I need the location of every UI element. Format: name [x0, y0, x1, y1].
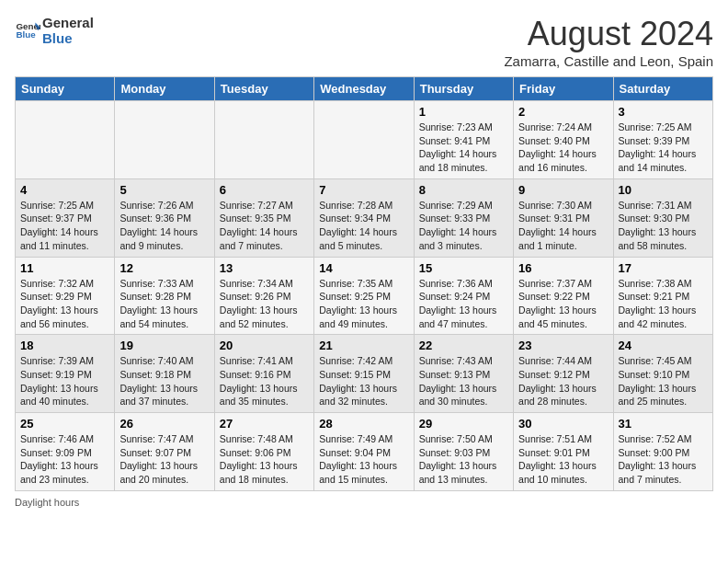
calendar-cell: 28Sunrise: 7:49 AM Sunset: 9:04 PM Dayli… [314, 413, 414, 491]
calendar-cell: 19Sunrise: 7:40 AM Sunset: 9:18 PM Dayli… [115, 335, 214, 413]
day-info: Sunrise: 7:30 AM Sunset: 9:31 PM Dayligh… [518, 199, 608, 253]
day-number: 17 [619, 261, 708, 275]
calendar-cell: 3Sunrise: 7:25 AM Sunset: 9:39 PM Daylig… [613, 101, 712, 179]
calendar-header-monday: Monday [115, 77, 214, 101]
day-info: Sunrise: 7:50 AM Sunset: 9:03 PM Dayligh… [419, 432, 508, 487]
day-number: 20 [220, 339, 309, 352]
day-info: Sunrise: 7:45 AM Sunset: 9:10 PM Dayligh… [619, 354, 708, 408]
calendar-cell: 7Sunrise: 7:28 AM Sunset: 9:34 PM Daylig… [314, 178, 414, 257]
calendar-cell: 15Sunrise: 7:36 AM Sunset: 9:24 PM Dayli… [414, 257, 513, 335]
calendar-cell: 20Sunrise: 7:41 AM Sunset: 9:16 PM Dayli… [214, 335, 313, 413]
calendar-cell: 30Sunrise: 7:51 AM Sunset: 9:01 PM Dayli… [514, 413, 613, 491]
calendar-cell: 16Sunrise: 7:37 AM Sunset: 9:22 PM Dayli… [514, 257, 613, 335]
day-number: 22 [419, 339, 508, 352]
day-number: 3 [619, 105, 708, 119]
header: General Blue General Blue August 2024 Za… [15, 15, 713, 69]
calendar-cell: 31Sunrise: 7:52 AM Sunset: 9:00 PM Dayli… [613, 413, 712, 491]
title-section: August 2024 Zamarra, Castille and Leon, … [504, 15, 713, 69]
day-number: 21 [319, 339, 408, 352]
day-number: 13 [220, 261, 309, 275]
main-title: August 2024 [504, 15, 713, 53]
calendar-cell: 4Sunrise: 7:25 AM Sunset: 9:37 PM Daylig… [16, 178, 115, 257]
calendar-body: 1Sunrise: 7:23 AM Sunset: 9:41 PM Daylig… [16, 101, 713, 491]
calendar-cell: 13Sunrise: 7:34 AM Sunset: 9:26 PM Dayli… [214, 257, 313, 335]
day-number: 2 [518, 105, 608, 119]
calendar-cell [16, 101, 115, 179]
day-number: 12 [119, 261, 209, 275]
day-info: Sunrise: 7:31 AM Sunset: 9:30 PM Dayligh… [619, 199, 708, 253]
day-number: 27 [220, 417, 309, 431]
calendar-week-2: 4Sunrise: 7:25 AM Sunset: 9:37 PM Daylig… [16, 178, 713, 257]
calendar-cell: 22Sunrise: 7:43 AM Sunset: 9:13 PM Dayli… [414, 335, 513, 413]
day-info: Sunrise: 7:43 AM Sunset: 9:13 PM Dayligh… [419, 354, 508, 408]
calendar-week-4: 18Sunrise: 7:39 AM Sunset: 9:19 PM Dayli… [16, 335, 713, 413]
calendar-cell: 5Sunrise: 7:26 AM Sunset: 9:36 PM Daylig… [115, 178, 214, 257]
day-number: 10 [619, 183, 708, 197]
day-number: 31 [619, 417, 708, 431]
calendar-cell: 26Sunrise: 7:47 AM Sunset: 9:07 PM Dayli… [115, 413, 214, 491]
calendar-cell: 11Sunrise: 7:32 AM Sunset: 9:29 PM Dayli… [16, 257, 115, 335]
day-info: Sunrise: 7:29 AM Sunset: 9:33 PM Dayligh… [419, 199, 508, 253]
calendar-cell: 18Sunrise: 7:39 AM Sunset: 9:19 PM Dayli… [16, 335, 115, 413]
day-info: Sunrise: 7:25 AM Sunset: 9:39 PM Dayligh… [619, 121, 708, 175]
calendar-header-wednesday: Wednesday [314, 77, 414, 101]
calendar-cell: 27Sunrise: 7:48 AM Sunset: 9:06 PM Dayli… [214, 413, 313, 491]
logo-line2: Blue [42, 30, 94, 46]
logo: General Blue General Blue [15, 15, 94, 46]
day-info: Sunrise: 7:35 AM Sunset: 9:25 PM Dayligh… [319, 277, 408, 331]
day-number: 9 [518, 183, 608, 197]
day-number: 7 [319, 183, 408, 197]
day-info: Sunrise: 7:51 AM Sunset: 9:01 PM Dayligh… [518, 432, 608, 487]
day-info: Sunrise: 7:36 AM Sunset: 9:24 PM Dayligh… [419, 277, 508, 331]
day-info: Sunrise: 7:24 AM Sunset: 9:40 PM Dayligh… [518, 121, 608, 175]
day-number: 18 [20, 339, 109, 352]
day-number: 6 [220, 183, 309, 197]
calendar-table: SundayMondayTuesdayWednesdayThursdayFrid… [15, 76, 713, 491]
day-info: Sunrise: 7:38 AM Sunset: 9:21 PM Dayligh… [619, 277, 708, 331]
day-number: 1 [419, 105, 508, 119]
day-number: 19 [119, 339, 209, 352]
day-number: 15 [419, 261, 508, 275]
day-info: Sunrise: 7:27 AM Sunset: 9:35 PM Dayligh… [220, 199, 309, 253]
calendar-cell: 25Sunrise: 7:46 AM Sunset: 9:09 PM Dayli… [16, 413, 115, 491]
calendar-cell: 29Sunrise: 7:50 AM Sunset: 9:03 PM Dayli… [414, 413, 513, 491]
day-info: Sunrise: 7:28 AM Sunset: 9:34 PM Dayligh… [319, 199, 408, 253]
day-info: Sunrise: 7:25 AM Sunset: 9:37 PM Dayligh… [20, 199, 109, 253]
day-number: 14 [319, 261, 408, 275]
calendar-header-sunday: Sunday [16, 77, 115, 101]
calendar-cell [115, 101, 214, 179]
day-info: Sunrise: 7:41 AM Sunset: 9:16 PM Dayligh… [220, 354, 309, 408]
calendar-cell: 6Sunrise: 7:27 AM Sunset: 9:35 PM Daylig… [214, 178, 313, 257]
day-info: Sunrise: 7:32 AM Sunset: 9:29 PM Dayligh… [20, 277, 109, 331]
day-info: Sunrise: 7:44 AM Sunset: 9:12 PM Dayligh… [518, 354, 608, 408]
calendar-cell: 21Sunrise: 7:42 AM Sunset: 9:15 PM Dayli… [314, 335, 414, 413]
day-number: 11 [20, 261, 109, 275]
calendar-cell: 2Sunrise: 7:24 AM Sunset: 9:40 PM Daylig… [514, 101, 613, 179]
calendar-cell: 10Sunrise: 7:31 AM Sunset: 9:30 PM Dayli… [613, 178, 712, 257]
day-number: 30 [518, 417, 608, 431]
day-number: 4 [20, 183, 109, 197]
logo-line1: General [42, 15, 94, 30]
day-info: Sunrise: 7:37 AM Sunset: 9:22 PM Dayligh… [518, 277, 608, 331]
calendar-cell: 8Sunrise: 7:29 AM Sunset: 9:33 PM Daylig… [414, 178, 513, 257]
day-info: Sunrise: 7:23 AM Sunset: 9:41 PM Dayligh… [419, 121, 508, 175]
calendar-week-3: 11Sunrise: 7:32 AM Sunset: 9:29 PM Dayli… [16, 257, 713, 335]
calendar-header-friday: Friday [514, 77, 613, 101]
calendar-cell: 24Sunrise: 7:45 AM Sunset: 9:10 PM Dayli… [613, 335, 712, 413]
day-number: 16 [518, 261, 608, 275]
day-info: Sunrise: 7:40 AM Sunset: 9:18 PM Dayligh… [119, 354, 209, 408]
day-info: Sunrise: 7:49 AM Sunset: 9:04 PM Dayligh… [319, 432, 408, 487]
calendar-header-thursday: Thursday [414, 77, 513, 101]
calendar-week-5: 25Sunrise: 7:46 AM Sunset: 9:09 PM Dayli… [16, 413, 713, 491]
calendar-cell [214, 101, 313, 179]
day-number: 8 [419, 183, 508, 197]
day-number: 25 [20, 417, 109, 431]
svg-text:Blue: Blue [16, 29, 36, 40]
day-number: 28 [319, 417, 408, 431]
calendar-week-1: 1Sunrise: 7:23 AM Sunset: 9:41 PM Daylig… [16, 101, 713, 179]
day-info: Sunrise: 7:34 AM Sunset: 9:26 PM Dayligh… [220, 277, 309, 331]
calendar-cell: 23Sunrise: 7:44 AM Sunset: 9:12 PM Dayli… [514, 335, 613, 413]
day-info: Sunrise: 7:46 AM Sunset: 9:09 PM Dayligh… [20, 432, 109, 487]
day-number: 23 [518, 339, 608, 352]
day-number: 24 [619, 339, 708, 352]
